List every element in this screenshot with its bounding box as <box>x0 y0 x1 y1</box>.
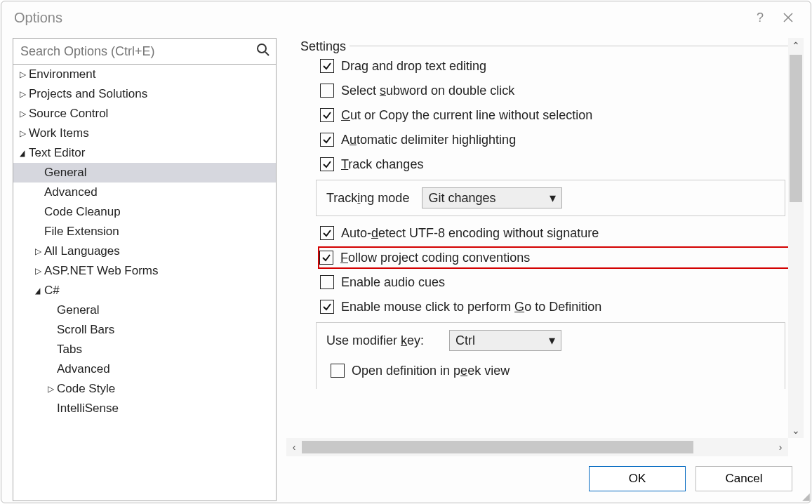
search-options[interactable] <box>13 38 277 65</box>
tree-item-label: General <box>44 166 86 179</box>
tree-item[interactable]: ▷Work Items <box>13 124 276 143</box>
tree-item-label: Tabs <box>57 343 82 356</box>
tree-item-label: Source Control <box>29 107 108 120</box>
autodelim-checkbox[interactable]: Automatic delimiter highlighting <box>320 128 804 151</box>
cancel-button[interactable]: Cancel <box>695 466 792 491</box>
tree-item[interactable]: ▷Source Control <box>13 104 276 124</box>
settings-group-title: Settings <box>300 39 804 54</box>
chevron-right-icon: ▷ <box>18 124 27 143</box>
tree-item[interactable]: ◢C# <box>13 281 276 300</box>
tree-item[interactable]: ▷All Languages <box>13 241 276 261</box>
tree-item-label: IntelliSense <box>57 402 119 415</box>
subword-checkbox[interactable]: Select subword on double click <box>320 79 804 102</box>
cutcopy-checkbox[interactable]: Cut or Copy the current line without sel… <box>320 104 804 126</box>
tree-item[interactable]: ▷Projects and Solutions <box>13 84 276 104</box>
window-title: Options <box>14 10 62 26</box>
tree-item[interactable]: ▷IntelliSense <box>13 399 276 418</box>
tree-item[interactable]: ▷Code Style <box>13 379 276 399</box>
tree-item-label: Scroll Bars <box>57 323 114 336</box>
tree-item[interactable]: ▷General <box>13 163 276 183</box>
tree-item-label: Code Cleanup <box>44 205 121 218</box>
scroll-down-icon: ⌄ <box>788 423 804 438</box>
tracking-mode-select[interactable]: Git changes ▾ <box>422 187 562 208</box>
horizontal-scrollbar[interactable]: ‹ › <box>286 438 788 456</box>
tree-item[interactable]: ▷Environment <box>13 65 276 84</box>
track-changes-checkbox[interactable]: Track changes <box>320 153 804 175</box>
chevron-down-icon: ◢ <box>34 281 41 300</box>
tree-item-label: File Extension <box>44 225 119 238</box>
tree-item-label: Environment <box>29 67 95 81</box>
close-icon <box>783 13 793 22</box>
chevron-down-icon: ◢ <box>18 143 26 163</box>
chevron-down-icon: ▾ <box>550 190 556 206</box>
tree-item-label: C# <box>44 284 60 297</box>
chevron-right-icon: ▷ <box>46 379 55 399</box>
tree-item[interactable]: ▷Tabs <box>13 340 276 359</box>
modifier-key-select[interactable]: Ctrl ▾ <box>449 330 561 351</box>
tree-item-label: Work Items <box>29 126 89 140</box>
tree-item-label: Advanced <box>44 185 98 199</box>
tree-item[interactable]: ▷Scroll Bars <box>13 320 276 340</box>
resize-grip-icon[interactable]: ◢ <box>802 491 810 502</box>
tree-item-label: General <box>57 303 99 317</box>
chevron-right-icon: ▷ <box>33 261 43 281</box>
chevron-right-icon: ▷ <box>18 104 27 124</box>
tree-item[interactable]: ▷Code Cleanup <box>13 202 276 222</box>
tree-item[interactable]: ▷ASP.NET Web Forms <box>13 261 276 281</box>
search-input[interactable] <box>18 41 256 62</box>
follow-conventions-checkbox[interactable]: Follow project coding conventions <box>318 246 804 269</box>
scroll-up-icon: ⌃ <box>788 38 804 53</box>
tree-item-label: Advanced <box>57 362 110 376</box>
tree-item-label: ASP.NET Web Forms <box>44 264 159 277</box>
chevron-right-icon: ▷ <box>18 65 27 84</box>
tree-item-label: Projects and Solutions <box>29 87 147 100</box>
tree-item-label: All Languages <box>44 244 120 258</box>
audio-cues-checkbox[interactable]: Enable audio cues <box>320 271 804 293</box>
tree-item[interactable]: ▷File Extension <box>13 222 276 241</box>
options-tree[interactable]: ▷Environment▷Projects and Solutions▷Sour… <box>13 65 277 501</box>
modifier-key-label: Use modifier key: <box>326 333 424 348</box>
tree-item[interactable]: ▷Advanced <box>13 183 276 202</box>
scroll-left-icon: ‹ <box>286 439 302 455</box>
chevron-down-icon: ▾ <box>549 333 555 348</box>
scrollbar-thumb[interactable] <box>302 441 693 453</box>
tree-item[interactable]: ▷Advanced <box>13 359 276 379</box>
tree-item-label: Text Editor <box>29 146 85 159</box>
search-icon <box>256 43 270 60</box>
peek-view-checkbox[interactable]: Open definition in peek view <box>331 359 775 382</box>
tree-item[interactable]: ◢Text Editor <box>13 143 276 163</box>
tracking-mode-row: Tracking mode Git changes ▾ <box>316 180 785 216</box>
autodetect-utf8-checkbox[interactable]: Auto-detect UTF-8 encoding without signa… <box>320 222 804 244</box>
help-button[interactable]: ? <box>746 4 774 32</box>
tree-item[interactable]: ▷General <box>13 300 276 320</box>
scroll-right-icon: › <box>773 439 788 455</box>
chevron-right-icon: ▷ <box>33 241 43 261</box>
goto-definition-checkbox[interactable]: Enable mouse click to perform Go to Defi… <box>320 296 804 318</box>
ok-button[interactable]: OK <box>589 466 686 491</box>
vertical-scrollbar[interactable]: ⌃ ⌄ <box>788 38 804 438</box>
chevron-right-icon: ▷ <box>18 84 27 104</box>
settings-panel: Settings Drag and drop text editing Sele… <box>299 38 804 438</box>
close-button[interactable] <box>774 4 802 32</box>
scrollbar-thumb[interactable] <box>790 55 802 202</box>
tree-item-label: Code Style <box>57 382 115 395</box>
drag-drop-checkbox[interactable]: Drag and drop text editing <box>320 55 804 77</box>
svg-point-0 <box>258 44 266 53</box>
